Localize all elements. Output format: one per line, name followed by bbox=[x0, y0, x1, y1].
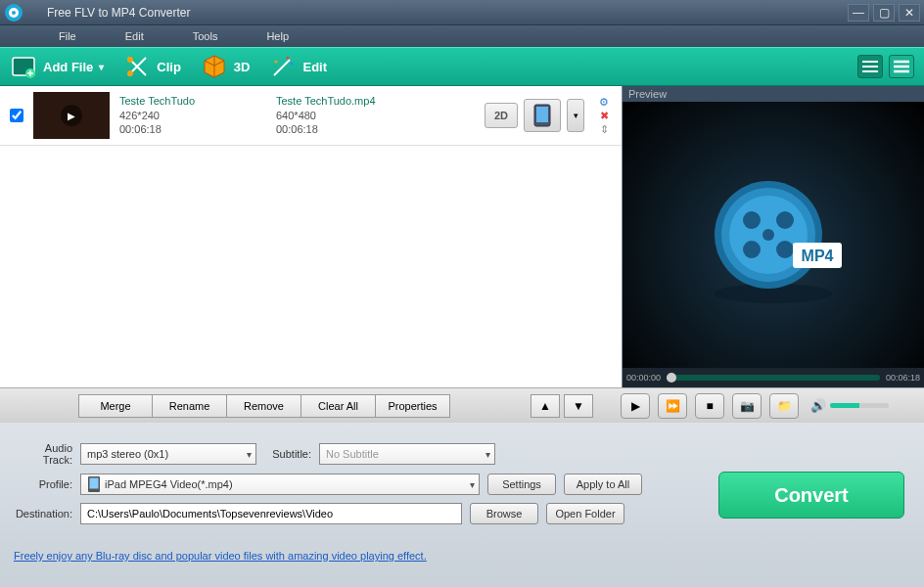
window-title: Free FLV to MP4 Converter bbox=[47, 6, 191, 20]
view-list-button[interactable] bbox=[857, 55, 883, 78]
preview-timeline[interactable]: 00:00:00 00:06:18 bbox=[623, 368, 924, 387]
properties-button[interactable]: Properties bbox=[376, 394, 450, 418]
preview-label: Preview bbox=[623, 86, 924, 102]
convert-button[interactable]: Convert bbox=[718, 472, 904, 519]
edit-button[interactable]: Edit bbox=[269, 53, 327, 80]
menubar: File Edit Tools Help bbox=[0, 25, 924, 47]
subtitle-select[interactable]: No Subtitle bbox=[319, 443, 495, 465]
clip-label: Clip bbox=[157, 60, 181, 74]
wand-icon bbox=[269, 53, 297, 80]
stop-button[interactable]: ■ bbox=[695, 393, 724, 419]
move-down-button[interactable]: ▼ bbox=[564, 394, 593, 418]
open-folder-button-2[interactable]: Open Folder bbox=[546, 503, 624, 524]
source-resolution: 426*240 bbox=[119, 109, 266, 123]
svg-point-8 bbox=[287, 57, 290, 60]
player-controls: ▶ ⏩ ■ 📷 📁 🔊 bbox=[613, 393, 914, 419]
file-checkbox[interactable] bbox=[10, 109, 23, 122]
merge-button[interactable]: Merge bbox=[78, 394, 153, 418]
audio-track-select[interactable]: mp3 stereo (0x1) bbox=[80, 443, 256, 465]
menu-file[interactable]: File bbox=[59, 30, 76, 42]
subtitle-label: Subtitle: bbox=[264, 448, 311, 460]
svg-point-19 bbox=[776, 241, 794, 258]
chevron-down-icon: ▾ bbox=[99, 62, 104, 72]
output-info: Teste TechTudo.mp4 640*480 00:06:18 bbox=[276, 94, 413, 138]
maximize-button[interactable]: ▢ bbox=[873, 4, 895, 22]
source-duration: 00:06:18 bbox=[119, 122, 266, 137]
svg-point-6 bbox=[127, 70, 133, 76]
svg-point-20 bbox=[762, 229, 774, 241]
svg-point-17 bbox=[776, 211, 794, 229]
add-file-label: Add File bbox=[43, 60, 93, 74]
source-info: Teste TechTudo 426*240 00:06:18 bbox=[119, 94, 266, 138]
profile-select[interactable]: iPad MPEG4 Video(*.mp4) bbox=[80, 474, 480, 495]
move-up-button[interactable]: ▲ bbox=[531, 394, 560, 418]
open-folder-button[interactable]: 📁 bbox=[769, 393, 799, 419]
item-delete-icon[interactable]: ✖ bbox=[596, 110, 612, 121]
promo-link[interactable]: Freely enjoy any Blu-ray disc and popula… bbox=[14, 550, 427, 562]
settings-button[interactable]: Settings bbox=[487, 474, 556, 495]
3d-button[interactable]: 3D bbox=[201, 53, 251, 80]
scissors-icon bbox=[123, 53, 151, 80]
audio-track-label: Audio Track: bbox=[14, 442, 72, 466]
device-profile-button[interactable] bbox=[524, 99, 561, 132]
svg-point-16 bbox=[743, 211, 761, 229]
item-reorder-icon[interactable]: ⇕ bbox=[596, 123, 612, 135]
main-area: ▶ Teste TechTudo 426*240 00:06:18 Teste … bbox=[0, 86, 924, 387]
settings-panel: Audio Track: mp3 stereo (0x1) Subtitle: … bbox=[0, 423, 924, 587]
profile-label: Profile: bbox=[14, 478, 72, 490]
output-resolution: 640*480 bbox=[276, 109, 413, 123]
file-list: ▶ Teste TechTudo 426*240 00:06:18 Teste … bbox=[0, 86, 623, 387]
menu-tools[interactable]: Tools bbox=[193, 30, 218, 42]
svg-rect-11 bbox=[536, 107, 548, 122]
remove-button[interactable]: Remove bbox=[227, 394, 301, 418]
svg-point-5 bbox=[127, 57, 133, 63]
action-bar: Merge Rename Remove Clear All Properties… bbox=[0, 387, 924, 423]
view-menu-button[interactable] bbox=[889, 55, 914, 78]
play-overlay-icon: ▶ bbox=[61, 105, 82, 126]
preview-screen[interactable]: MP4 bbox=[623, 102, 924, 368]
edit-label: Edit bbox=[302, 60, 327, 74]
close-button[interactable]: ✕ bbox=[899, 4, 920, 22]
svg-rect-23 bbox=[90, 478, 99, 489]
device-dropdown-button[interactable]: ▾ bbox=[567, 99, 584, 132]
apply-to-all-button[interactable]: Apply to All bbox=[564, 474, 642, 495]
add-file-button[interactable]: Add File ▾ bbox=[10, 53, 104, 80]
titlebar: Free FLV to MP4 Converter — ▢ ✕ bbox=[0, 0, 924, 25]
toolbar: Add File ▾ Clip 3D Edit bbox=[0, 47, 924, 86]
minimize-button[interactable]: — bbox=[848, 4, 869, 22]
destination-label: Destination: bbox=[14, 508, 72, 519]
output-name: Teste TechTudo.mp4 bbox=[276, 94, 413, 109]
app-logo-icon bbox=[4, 3, 39, 23]
svg-point-18 bbox=[743, 241, 761, 258]
source-name: Teste TechTudo bbox=[119, 94, 266, 109]
browse-button[interactable]: Browse bbox=[470, 503, 538, 524]
svg-point-7 bbox=[275, 61, 278, 64]
svg-point-9 bbox=[291, 63, 294, 66]
forward-button[interactable]: ⏩ bbox=[658, 393, 687, 419]
timeline-slider[interactable] bbox=[667, 375, 880, 381]
preview-panel: Preview MP4 00:00:00 00:06:18 bbox=[623, 86, 924, 387]
format-badge: MP4 bbox=[802, 248, 834, 264]
time-total: 00:06:18 bbox=[886, 373, 920, 383]
clip-button[interactable]: Clip bbox=[123, 53, 181, 80]
svg-point-2 bbox=[12, 11, 16, 15]
3d-label: 3D bbox=[234, 60, 251, 74]
file-thumbnail[interactable]: ▶ bbox=[33, 92, 110, 139]
time-current: 00:00:00 bbox=[626, 373, 661, 383]
2d-toggle-button[interactable]: 2D bbox=[485, 103, 518, 128]
volume-icon[interactable]: 🔊 bbox=[810, 398, 826, 413]
clear-all-button[interactable]: Clear All bbox=[301, 394, 376, 418]
rename-button[interactable]: Rename bbox=[153, 394, 227, 418]
snapshot-button[interactable]: 📷 bbox=[732, 393, 762, 419]
menu-edit[interactable]: Edit bbox=[125, 30, 144, 42]
play-button[interactable]: ▶ bbox=[621, 393, 650, 419]
add-file-icon bbox=[10, 53, 37, 80]
menu-help[interactable]: Help bbox=[266, 30, 289, 42]
file-item[interactable]: ▶ Teste TechTudo 426*240 00:06:18 Teste … bbox=[0, 86, 622, 146]
destination-input[interactable] bbox=[80, 503, 462, 524]
item-settings-icon[interactable]: ⚙ bbox=[596, 96, 612, 108]
cube-3d-icon bbox=[201, 53, 228, 80]
output-duration: 00:06:18 bbox=[276, 122, 413, 137]
volume-slider[interactable] bbox=[830, 403, 889, 408]
